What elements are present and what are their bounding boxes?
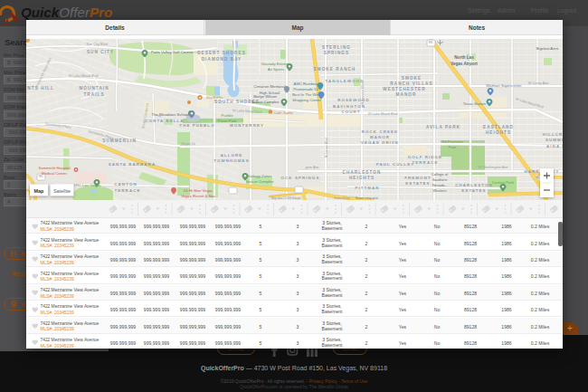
svg-text:Ed Fountain: Ed Fountain: [441, 139, 463, 144]
svg-text:Vegas Airport: Vegas Airport: [450, 62, 478, 66]
svg-text:Map: Map: [34, 187, 44, 193]
svg-text:Bettye Wilson: Bettye Wilson: [253, 93, 277, 98]
svg-text:AMC Rainbow: AMC Rainbow: [294, 81, 319, 86]
svg-text:Nevada -: Nevada -: [432, 183, 448, 187]
svg-text:TERRACE: TERRACE: [115, 187, 141, 192]
svg-text:Pueblo: Pueblo: [221, 113, 233, 118]
svg-text:DIAMOND BAY: DIAMOND BAY: [202, 56, 242, 61]
svg-text:Park: Park: [449, 145, 458, 149]
svg-text:Kellogg Zaher: Kellogg Zaher: [248, 174, 272, 178]
svg-text:MOUNTAIN: MOUNTAIN: [79, 86, 109, 91]
svg-text:ESTATES: ESTATES: [461, 188, 486, 193]
svg-text:CANYON: CANYON: [114, 182, 138, 186]
svg-text:Western: Western: [433, 188, 447, 193]
svg-text:W Lake Mead Blvd: W Lake Mead Blvd: [368, 110, 398, 115]
svg-text:24 Hr Mon Vegas: 24 Hr Mon Vegas: [184, 188, 213, 193]
svg-text:MONTERREY: MONTERREY: [230, 122, 264, 127]
svg-text:SANTA BARBARA: SANTA BARBARA: [109, 162, 156, 167]
svg-text:OCK SPRINGS: OCK SPRINGS: [281, 176, 320, 180]
svg-text:HILLCRE: HILLCRE: [543, 132, 563, 137]
svg-text:Soccer Complex: Soccer Complex: [251, 100, 280, 104]
svg-text:95: 95: [429, 40, 433, 44]
svg-text:TRAILS: TRAILS: [83, 92, 104, 97]
svg-text:COURT: COURT: [341, 110, 360, 114]
svg-text:Soccer Complex: Soccer Complex: [246, 179, 275, 184]
svg-text:SUMMIT: SUMMIT: [545, 138, 563, 142]
svg-text:Vegas Resort & Spa: Vegas Resort & Spa: [181, 194, 215, 198]
svg-text:Map data ©2019 Google: Map data ©2019 Google: [271, 196, 301, 199]
svg-text:MANOR: MANOR: [370, 135, 390, 139]
svg-text:College of: College of: [432, 172, 449, 177]
svg-text:gton Ave: gton Ave: [305, 165, 318, 169]
svg-text:Walmart Supercenter: Walmart Supercenter: [486, 83, 522, 88]
svg-text:Privet Park: Privet Park: [218, 118, 237, 122]
svg-text:QuickOfferPro: QuickOfferPro: [21, 5, 112, 20]
svg-text:North Las: North Las: [454, 55, 474, 60]
svg-text:AIDA BR: AIDA BR: [546, 144, 563, 148]
svg-text:ESTATES: ESTATES: [405, 181, 430, 186]
svg-text:STERLING: STERLING: [322, 44, 351, 49]
svg-text:Vegas Dr: Vegas Dr: [181, 140, 196, 145]
svg-text:Summerlit Hospital: Summerlit Hospital: [38, 166, 70, 170]
svg-text:CHARLESTON: CHARLESTON: [455, 183, 492, 187]
svg-text:HEIGHTS: HEIGHTS: [486, 130, 511, 135]
svg-text:Terms of Use: Terms of Use: [334, 196, 350, 199]
svg-text:Report a map error: Report a map error: [354, 196, 378, 199]
svg-text:ENTS HILL: ENTS HILL: [26, 86, 54, 91]
svg-text:ALLURE: ALLURE: [221, 153, 242, 158]
svg-text:TERRACE: TERRACE: [413, 160, 439, 165]
svg-text:VEGAS DRIVE: VEGAS DRIVE: [361, 140, 399, 145]
svg-text:TANGLEWOOD: TANGLEWOOD: [326, 79, 365, 83]
svg-text:CORTA BELLA: CORTA BELLA: [145, 119, 184, 123]
svg-text:The Meadows School: The Meadows School: [151, 112, 188, 117]
svg-text:Palm Valley Golf Course: Palm Valley Golf Course: [151, 50, 194, 54]
svg-text:GOLF RIDGE: GOLF RIDGE: [408, 155, 442, 159]
svg-text:FREMONT: FREMONT: [404, 176, 431, 180]
svg-text:Best In The West: Best In The West: [292, 91, 322, 96]
svg-text:Texas Station: Texas Station: [463, 100, 487, 105]
svg-text:RANCH VILLAS: RANCH VILLAS: [390, 81, 432, 86]
svg-text:SUN CITY: SUN CITY: [87, 50, 114, 54]
svg-text:Air Sports: Air Sports: [268, 67, 284, 72]
svg-text:ROCK CREEK: ROCK CREEK: [362, 129, 399, 134]
svg-text:W Carey Ave: W Carey Ave: [528, 81, 549, 85]
svg-text:SUMMERLIN: SUMMERLIN: [102, 139, 137, 143]
svg-text:MANOR: MANOR: [396, 92, 417, 97]
svg-text:Café Jupita: Café Jupita: [273, 110, 293, 114]
svg-text:PITTMAN: PITTMAN: [355, 186, 379, 190]
svg-text:Cimarron Memorial: Cimarron Memorial: [253, 84, 286, 89]
svg-text:SMOKE RANCH: SMOKE RANCH: [314, 67, 356, 72]
svg-text:Medical Center: Medical Center: [42, 171, 68, 176]
svg-text:Satellite: Satellite: [53, 187, 71, 193]
svg-text:ROSEWOOD: ROSEWOOD: [337, 98, 369, 102]
svg-text:DESERT SHORES: DESERT SHORES: [197, 51, 246, 55]
svg-text:PAUL CULLEY: PAUL CULLEY: [376, 162, 414, 167]
svg-text:★: ★: [198, 96, 201, 100]
svg-text:SMOKE: SMOKE: [402, 76, 422, 81]
svg-text:WESTCHESTER: WESTCHESTER: [383, 87, 425, 91]
svg-text:N Jones Blvd: N Jones Blvd: [325, 137, 328, 157]
svg-text:Bigelow Aero: Bigelow Aero: [536, 46, 559, 51]
svg-text:HEIGHTS: HEIGHTS: [349, 176, 375, 180]
svg-text:AVILA PARK: AVILA PARK: [426, 125, 460, 129]
svg-text:Sun City Blvd: Sun City Blvd: [86, 42, 107, 46]
svg-text:N Decatur Blvd: N Decatur Blvd: [361, 81, 365, 105]
svg-text:TOWNHOMES: TOWNHOMES: [213, 158, 249, 163]
svg-text:Southern: Southern: [432, 177, 447, 182]
svg-text:W Lake Mead Blvd: W Lake Mead Blvd: [69, 73, 99, 78]
svg-text:EASTLAND: EASTLAND: [483, 125, 514, 129]
svg-text:W Washington Ave: W Washington Ave: [479, 165, 508, 169]
svg-text:Promenade 10: Promenade 10: [293, 87, 318, 91]
svg-text:CHARLESTON: CHARLESTON: [343, 170, 382, 175]
svg-text:Starbucks: Starbucks: [206, 95, 223, 100]
svg-text:SPRINGS: SPRINGS: [324, 51, 349, 55]
svg-text:THE PUEBLO: THE PUEBLO: [179, 123, 214, 128]
svg-text:Shopping Center: Shopping Center: [292, 98, 321, 102]
